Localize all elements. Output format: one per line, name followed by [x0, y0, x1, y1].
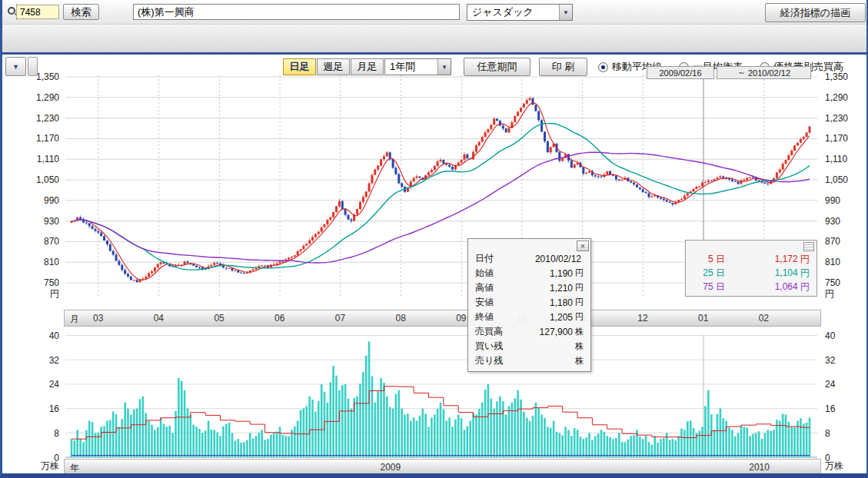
date-range-start: 2009/02/16	[647, 66, 714, 79]
search-icon	[8, 7, 15, 15]
year-axis-band: 年 20092010	[64, 459, 821, 474]
tooltip-row-value: 1,210	[550, 283, 573, 294]
tooltip-row: 高値1,210円	[468, 280, 590, 295]
tooltip-row: 日付2010/02/12	[468, 251, 590, 266]
price-axis-label: 1,170	[825, 133, 865, 144]
price-axis-unit: 円	[825, 288, 865, 299]
tooltip-row-value: 1,205	[550, 312, 573, 323]
toolbar-separator	[28, 57, 38, 76]
price-axis-label: 1,110	[22, 154, 59, 164]
tooltip-row-unit: 円	[575, 282, 584, 294]
tooltip-row: 売買高127,900株	[468, 324, 590, 339]
volume-axis-label: 24	[825, 379, 865, 390]
tooltip-row: 終値1,205円	[468, 310, 590, 324]
tooltip-row-label: 安値	[475, 296, 494, 309]
month-label: 09	[456, 313, 466, 324]
volume-axis-label: 16	[825, 403, 865, 414]
ma-legend: 5 日1,172 円25 日1,104 円75 日1,064 円	[685, 240, 817, 297]
tooltip-row-label: 始値	[475, 267, 494, 280]
price-axis-label: 810	[825, 257, 865, 267]
volume-axis-label: 8	[825, 428, 865, 439]
company-name-input[interactable]	[133, 4, 460, 20]
tooltip-row-value: 127,900	[540, 327, 573, 337]
tooltip-row-unit: 円	[575, 311, 584, 323]
month-label: 08	[396, 313, 406, 324]
price-axis-label: 750	[22, 277, 59, 288]
volume-axis-label: 0	[825, 453, 865, 463]
volume-axis-label: 40	[825, 330, 865, 341]
tooltip-row-label: 売買高	[475, 325, 503, 338]
volume-axis-label: 32	[22, 355, 59, 366]
price-axis-label: 1,230	[825, 113, 865, 124]
volume-axis-unit: 万株	[22, 460, 59, 471]
tooltip-row-label: 売り残	[475, 354, 503, 367]
price-axis-unit: 円	[22, 288, 59, 299]
volume-axis-label: 32	[825, 355, 865, 366]
legend-row-value: 1,104 円	[775, 267, 810, 280]
month-label: 01	[698, 313, 708, 324]
economic-indicator-button[interactable]: 経済指標の描画	[765, 3, 866, 22]
price-axis-label: 1,290	[825, 92, 865, 103]
price-axis-label: 930	[22, 216, 59, 227]
tooltip-row-unit: 株	[575, 340, 584, 352]
tooltip-row-label: 買い残	[475, 340, 503, 353]
tooltip-row: 買い残株	[468, 339, 590, 354]
year-axis-header: 年	[70, 462, 79, 475]
chevron-down-icon[interactable]: ▼	[559, 5, 572, 20]
tooltip-row-value: 1,190	[550, 268, 573, 279]
month-label: 12	[637, 313, 647, 324]
volume-axis-label: 16	[22, 403, 59, 414]
price-axis-label: 1,230	[22, 113, 59, 124]
search-button[interactable]: 検索	[63, 4, 99, 20]
market-select[interactable]: ジャスダック ▼	[467, 4, 573, 21]
legend-row-label: 75 日	[693, 280, 725, 294]
legend-row-label: 5 日	[693, 253, 725, 266]
year-label: 2010	[749, 462, 770, 473]
top-toolbar: 検索 ジャスダック ▼ 経済指標の描画	[2, 0, 866, 25]
month-label: 07	[335, 313, 345, 324]
chart-toolbar: ▼ 日足 週足 月足 1年間 ▼ 任意期間 印 刷 移動平均線 一目均衡表 価格…	[2, 25, 866, 55]
date-range-end: ～ 2010/02/12	[717, 66, 811, 79]
legend-row: 5 日1,172 円	[686, 252, 816, 266]
month-axis-header: 月	[70, 313, 79, 326]
chart-menu-dropdown-button[interactable]: ▼	[5, 57, 26, 76]
volume-axis-label: 8	[22, 428, 59, 439]
price-axis-label: 750	[825, 277, 865, 288]
legend-row: 75 日1,064 円	[686, 280, 816, 294]
tooltip-row-label: 終値	[475, 310, 494, 324]
tooltip-row-unit: 株	[575, 355, 584, 367]
date-range-end-value: 2010/02/12	[748, 68, 790, 78]
tooltip-row-label: 高値	[475, 281, 494, 294]
volume-axis-label: 24	[22, 379, 59, 390]
month-label: 04	[154, 313, 164, 324]
volume-chart-canvas[interactable]	[64, 329, 821, 460]
price-axis-label: 1,050	[825, 174, 865, 185]
quote-tooltip: × 日付2010/02/12始値1,190円高値1,210円安値1,180円終値…	[467, 238, 591, 372]
month-axis-band: 月 030405060708091011120102	[64, 310, 821, 327]
date-range-separator: ～	[737, 67, 746, 78]
price-axis-label: 870	[825, 236, 865, 247]
tooltip-row-value: 1,180	[550, 297, 573, 308]
stock-code-input[interactable]	[16, 5, 59, 19]
price-axis-label: 1,110	[825, 154, 865, 164]
tooltip-row-unit: 円	[575, 267, 584, 279]
month-label: 06	[274, 313, 284, 324]
volume-axis-unit: 万株	[825, 460, 865, 471]
tooltip-row-unit: 株	[575, 326, 584, 337]
price-axis-label: 990	[825, 195, 865, 206]
tooltip-row: 売り残株	[468, 354, 590, 368]
tooltip-row: 始値1,190円	[468, 266, 590, 280]
month-label: 03	[93, 313, 103, 324]
legend-row-value: 1,172 円	[775, 253, 810, 266]
year-label: 2009	[381, 462, 401, 473]
date-range-start-value: 2009/02/16	[659, 68, 701, 78]
market-select-value: ジャスダック	[472, 5, 534, 19]
legend-row-value: 1,064 円	[775, 280, 810, 294]
legend-menu-icon[interactable]	[803, 242, 814, 251]
price-axis-label: 1,050	[22, 174, 59, 185]
close-icon[interactable]: ×	[577, 241, 589, 251]
volume-axis-label: 40	[22, 330, 59, 341]
ma-legend-rows: 5 日1,172 円25 日1,104 円75 日1,064 円	[686, 241, 816, 294]
price-axis-label: 810	[22, 257, 59, 267]
stock-chart-window: 検索 ジャスダック ▼ 経済指標の描画 ▼ 日足 週足 月足 1年間 ▼ 任意期…	[0, 0, 868, 478]
